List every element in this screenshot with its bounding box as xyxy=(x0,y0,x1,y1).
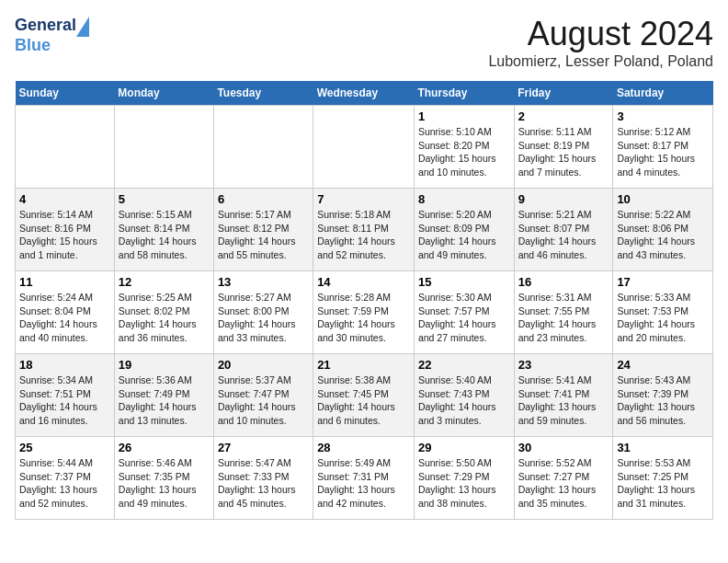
day-cell: 22Sunrise: 5:40 AM Sunset: 7:43 PM Dayli… xyxy=(414,354,514,437)
day-number: 30 xyxy=(518,441,609,454)
day-cell: 4Sunrise: 5:14 AM Sunset: 8:16 PM Daylig… xyxy=(16,189,115,271)
logo-triangle-icon xyxy=(76,17,89,37)
day-cell: 28Sunrise: 5:49 AM Sunset: 7:31 PM Dayli… xyxy=(313,437,415,520)
day-cell: 10Sunrise: 5:22 AM Sunset: 8:06 PM Dayli… xyxy=(613,189,713,271)
weekday-header-monday: Monday xyxy=(114,81,213,106)
day-info: Sunrise: 5:43 AM Sunset: 7:39 PM Dayligh… xyxy=(617,373,709,428)
day-number: 12 xyxy=(119,275,210,289)
logo-text-general: General xyxy=(15,17,76,35)
day-cell: 15Sunrise: 5:30 AM Sunset: 7:57 PM Dayli… xyxy=(414,271,514,354)
day-cell: 21Sunrise: 5:38 AM Sunset: 7:45 PM Dayli… xyxy=(313,354,415,437)
weekday-header-friday: Friday xyxy=(514,81,613,106)
day-cell: 25Sunrise: 5:44 AM Sunset: 7:37 PM Dayli… xyxy=(16,437,115,520)
day-info: Sunrise: 5:37 AM Sunset: 7:47 PM Dayligh… xyxy=(218,373,309,428)
day-cell: 26Sunrise: 5:46 AM Sunset: 7:35 PM Dayli… xyxy=(114,437,213,520)
weekday-header-sunday: Sunday xyxy=(16,81,115,106)
day-cell: 19Sunrise: 5:36 AM Sunset: 7:49 PM Dayli… xyxy=(114,354,213,437)
day-number: 27 xyxy=(218,441,309,454)
day-number: 4 xyxy=(19,192,110,206)
day-cell: 9Sunrise: 5:21 AM Sunset: 8:07 PM Daylig… xyxy=(514,189,613,271)
day-number: 28 xyxy=(317,441,410,454)
day-number: 7 xyxy=(317,192,410,206)
day-number: 29 xyxy=(418,441,510,454)
day-number: 8 xyxy=(418,192,510,206)
day-cell: 17Sunrise: 5:33 AM Sunset: 7:53 PM Dayli… xyxy=(613,271,713,354)
day-info: Sunrise: 5:41 AM Sunset: 7:41 PM Dayligh… xyxy=(518,373,609,428)
weekday-header-saturday: Saturday xyxy=(613,81,713,106)
day-cell xyxy=(16,106,115,189)
day-cell: 3Sunrise: 5:12 AM Sunset: 8:17 PM Daylig… xyxy=(613,106,713,189)
day-number: 2 xyxy=(518,109,609,123)
day-info: Sunrise: 5:47 AM Sunset: 7:33 PM Dayligh… xyxy=(218,456,309,511)
day-cell xyxy=(213,106,313,189)
day-number: 13 xyxy=(218,275,309,289)
day-cell: 11Sunrise: 5:24 AM Sunset: 8:04 PM Dayli… xyxy=(16,271,115,354)
day-cell xyxy=(114,106,213,189)
day-info: Sunrise: 5:18 AM Sunset: 8:11 PM Dayligh… xyxy=(317,208,410,262)
day-info: Sunrise: 5:28 AM Sunset: 7:59 PM Dayligh… xyxy=(317,291,410,345)
day-info: Sunrise: 5:17 AM Sunset: 8:12 PM Dayligh… xyxy=(218,208,309,262)
day-number: 31 xyxy=(617,441,709,454)
logo-text-blue: Blue xyxy=(15,37,51,55)
day-cell: 27Sunrise: 5:47 AM Sunset: 7:33 PM Dayli… xyxy=(213,437,313,520)
day-info: Sunrise: 5:34 AM Sunset: 7:51 PM Dayligh… xyxy=(19,373,110,428)
calendar-title: August 2024 xyxy=(488,15,713,53)
day-info: Sunrise: 5:46 AM Sunset: 7:35 PM Dayligh… xyxy=(119,456,210,511)
day-cell xyxy=(313,106,415,189)
day-number: 25 xyxy=(19,441,110,454)
calendar-body: 1Sunrise: 5:10 AM Sunset: 8:20 PM Daylig… xyxy=(16,106,713,520)
day-info: Sunrise: 5:21 AM Sunset: 8:07 PM Dayligh… xyxy=(518,208,609,262)
week-row-2: 4Sunrise: 5:14 AM Sunset: 8:16 PM Daylig… xyxy=(16,189,713,271)
day-number: 6 xyxy=(218,192,309,206)
day-info: Sunrise: 5:40 AM Sunset: 7:43 PM Dayligh… xyxy=(418,373,510,428)
day-number: 14 xyxy=(317,275,410,289)
week-row-3: 11Sunrise: 5:24 AM Sunset: 8:04 PM Dayli… xyxy=(16,271,713,354)
day-cell: 31Sunrise: 5:53 AM Sunset: 7:25 PM Dayli… xyxy=(613,437,713,520)
title-block: August 2024 Lubomierz, Lesser Poland, Po… xyxy=(488,15,713,70)
day-cell: 13Sunrise: 5:27 AM Sunset: 8:00 PM Dayli… xyxy=(213,271,313,354)
day-info: Sunrise: 5:12 AM Sunset: 8:17 PM Dayligh… xyxy=(617,125,709,179)
weekday-header-thursday: Thursday xyxy=(414,81,514,106)
day-info: Sunrise: 5:20 AM Sunset: 8:09 PM Dayligh… xyxy=(418,208,510,262)
day-info: Sunrise: 5:24 AM Sunset: 8:04 PM Dayligh… xyxy=(19,291,110,345)
day-info: Sunrise: 5:49 AM Sunset: 7:31 PM Dayligh… xyxy=(317,456,410,511)
day-number: 26 xyxy=(119,441,210,454)
calendar-table: SundayMondayTuesdayWednesdayThursdayFrid… xyxy=(15,81,713,520)
day-number: 1 xyxy=(418,109,510,123)
day-number: 19 xyxy=(119,358,210,372)
week-row-5: 25Sunrise: 5:44 AM Sunset: 7:37 PM Dayli… xyxy=(16,437,713,520)
day-cell: 8Sunrise: 5:20 AM Sunset: 8:09 PM Daylig… xyxy=(414,189,514,271)
day-number: 17 xyxy=(617,275,709,289)
day-number: 15 xyxy=(418,275,510,289)
weekday-header-wednesday: Wednesday xyxy=(313,81,415,106)
page-header: General Blue August 2024 Lubomierz, Less… xyxy=(15,15,713,70)
day-info: Sunrise: 5:27 AM Sunset: 8:00 PM Dayligh… xyxy=(218,291,309,345)
weekday-header-row: SundayMondayTuesdayWednesdayThursdayFrid… xyxy=(16,81,713,106)
calendar-subtitle: Lubomierz, Lesser Poland, Poland xyxy=(488,53,713,70)
day-info: Sunrise: 5:30 AM Sunset: 7:57 PM Dayligh… xyxy=(418,291,510,345)
day-cell: 5Sunrise: 5:15 AM Sunset: 8:14 PM Daylig… xyxy=(114,189,213,271)
week-row-1: 1Sunrise: 5:10 AM Sunset: 8:20 PM Daylig… xyxy=(16,106,713,189)
day-number: 21 xyxy=(317,358,410,372)
day-info: Sunrise: 5:36 AM Sunset: 7:49 PM Dayligh… xyxy=(119,373,210,428)
day-cell: 12Sunrise: 5:25 AM Sunset: 8:02 PM Dayli… xyxy=(114,271,213,354)
day-number: 16 xyxy=(518,275,609,289)
day-cell: 30Sunrise: 5:52 AM Sunset: 7:27 PM Dayli… xyxy=(514,437,613,520)
day-cell: 20Sunrise: 5:37 AM Sunset: 7:47 PM Dayli… xyxy=(213,354,313,437)
day-cell: 23Sunrise: 5:41 AM Sunset: 7:41 PM Dayli… xyxy=(514,354,613,437)
day-number: 3 xyxy=(617,109,709,123)
day-info: Sunrise: 5:11 AM Sunset: 8:19 PM Dayligh… xyxy=(518,125,609,179)
day-info: Sunrise: 5:53 AM Sunset: 7:25 PM Dayligh… xyxy=(617,456,709,511)
day-number: 11 xyxy=(19,275,110,289)
day-info: Sunrise: 5:14 AM Sunset: 8:16 PM Dayligh… xyxy=(19,208,110,262)
day-cell: 1Sunrise: 5:10 AM Sunset: 8:20 PM Daylig… xyxy=(414,106,514,189)
day-info: Sunrise: 5:44 AM Sunset: 7:37 PM Dayligh… xyxy=(19,456,110,511)
day-number: 20 xyxy=(218,358,309,372)
day-cell: 16Sunrise: 5:31 AM Sunset: 7:55 PM Dayli… xyxy=(514,271,613,354)
day-info: Sunrise: 5:38 AM Sunset: 7:45 PM Dayligh… xyxy=(317,373,410,428)
day-info: Sunrise: 5:25 AM Sunset: 8:02 PM Dayligh… xyxy=(119,291,210,345)
day-cell: 2Sunrise: 5:11 AM Sunset: 8:19 PM Daylig… xyxy=(514,106,613,189)
day-info: Sunrise: 5:22 AM Sunset: 8:06 PM Dayligh… xyxy=(617,208,709,262)
day-info: Sunrise: 5:15 AM Sunset: 8:14 PM Dayligh… xyxy=(119,208,210,262)
day-cell: 14Sunrise: 5:28 AM Sunset: 7:59 PM Dayli… xyxy=(313,271,415,354)
